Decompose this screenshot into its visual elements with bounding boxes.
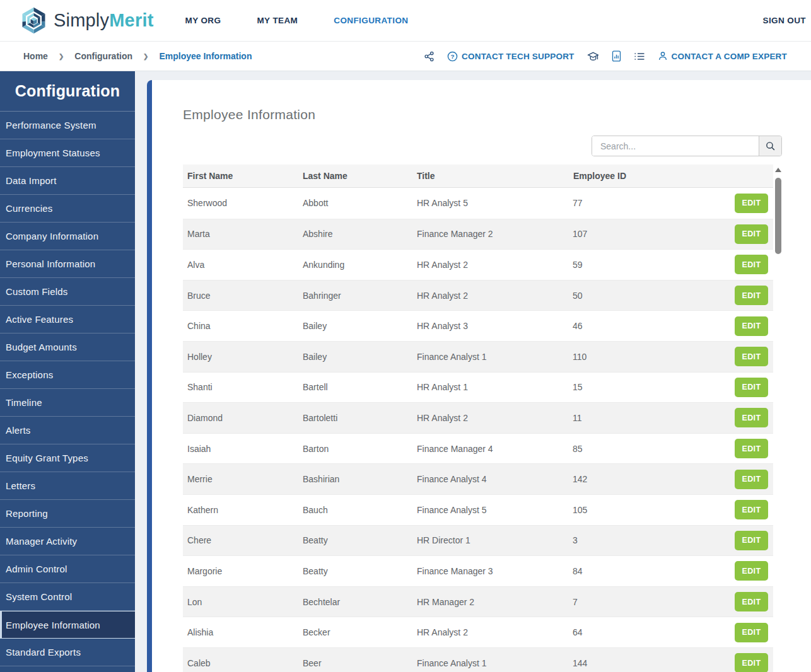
scrollbar-up-arrow-icon[interactable] — [775, 168, 781, 172]
table-row: HolleyBaileyFinance Analyst 1110EDIT — [183, 341, 773, 372]
table-row: SherwoodAbbottHR Analyst 577EDIT — [183, 188, 773, 219]
brand-logo[interactable]: SimplyMerit — [19, 6, 154, 35]
sidebar-item-exceptions[interactable]: Exceptions — [0, 361, 135, 389]
edit-button[interactable]: EDIT — [735, 561, 768, 581]
edit-button[interactable]: EDIT — [735, 347, 768, 366]
contact-comp-expert-link[interactable]: CONTACT A COMP EXPERT — [658, 51, 787, 61]
cell-title: Finance Analyst 1 — [412, 352, 568, 362]
cell-last-name: Bechtelar — [298, 597, 412, 607]
sidebar-item-data-import[interactable]: Data Import — [0, 167, 135, 195]
cell-title: Finance Analyst 4 — [412, 474, 568, 484]
cell-last-name: Barton — [298, 444, 412, 454]
cell-first-name: Alishia — [183, 627, 298, 637]
sidebar-item-company-information[interactable]: Company Information — [0, 223, 135, 250]
cell-last-name: Bauch — [298, 505, 412, 515]
sidebar-item-label: Employment Statuses — [6, 148, 100, 158]
sidebar-item-equity-grant-types[interactable]: Equity Grant Types — [0, 444, 135, 472]
cell-first-name: Margorie — [183, 566, 298, 576]
edit-button[interactable]: EDIT — [735, 470, 768, 489]
edit-button[interactable]: EDIT — [735, 224, 768, 244]
scrollbar-thumb[interactable] — [775, 178, 781, 254]
sidebar-item-budget-amounts[interactable]: Budget Amounts — [0, 333, 135, 361]
edit-button[interactable]: EDIT — [735, 255, 768, 274]
cell-actions: EDIT — [735, 531, 773, 550]
sign-out-link[interactable]: SIGN OUT — [763, 16, 806, 25]
document-chart-icon[interactable] — [612, 50, 621, 62]
nav-my-org[interactable]: MY ORG — [185, 16, 221, 25]
table-row: AlvaAnkundingHR Analyst 259EDIT — [183, 249, 773, 280]
edit-button[interactable]: EDIT — [735, 194, 768, 213]
contact-tech-support-link[interactable]: ? CONTACT TECH SUPPORT — [447, 51, 575, 62]
cell-actions: EDIT — [735, 470, 773, 489]
breadcrumb: Home❯Configuration❯Employee Information — [23, 51, 252, 61]
edit-button[interactable]: EDIT — [735, 316, 768, 336]
breadcrumb-configuration[interactable]: Configuration — [74, 51, 132, 61]
table-row: ChinaBaileyHR Analyst 346EDIT — [183, 310, 773, 341]
sidebar-item-standard-exports[interactable]: Standard Exports — [0, 639, 135, 666]
sidebar-item-personal-information[interactable]: Personal Information — [0, 250, 135, 278]
cell-title: HR Analyst 2 — [412, 627, 568, 637]
employee-table: First Name Last Name Title Employee ID S… — [183, 165, 773, 672]
sidebar-item-letters[interactable]: Letters — [0, 472, 135, 500]
edit-button[interactable]: EDIT — [735, 500, 768, 519]
edit-button[interactable]: EDIT — [735, 439, 768, 458]
cell-employee-id: 3 — [568, 535, 735, 545]
employee-table-body: SherwoodAbbottHR Analyst 577EDITMartaAbs… — [183, 188, 773, 672]
edit-button[interactable]: EDIT — [735, 378, 768, 397]
edit-button[interactable]: EDIT — [735, 408, 768, 427]
cell-title: HR Manager 2 — [412, 597, 568, 607]
edit-button[interactable]: EDIT — [735, 592, 768, 611]
graduation-cap-icon[interactable] — [587, 51, 599, 62]
cell-last-name: Bahringer — [298, 291, 412, 301]
edit-button[interactable]: EDIT — [735, 286, 768, 305]
sidebar-item-active-features[interactable]: Active Features — [0, 306, 135, 333]
sidebar-item-label: Data Import — [6, 175, 57, 186]
nav-my-team[interactable]: MY TEAM — [257, 16, 298, 25]
table-row: MargorieBeattyFinance Manager 384EDIT — [183, 555, 773, 586]
sidebar-item-label: Letters — [6, 480, 35, 491]
cell-title: Finance Manager 2 — [412, 229, 568, 239]
sidebar-item-timeline[interactable]: Timeline — [0, 389, 135, 417]
cell-title: HR Director 1 — [412, 535, 568, 545]
cell-last-name: Becker — [298, 627, 412, 637]
sidebar-item-employment-statuses[interactable]: Employment Statuses — [0, 139, 135, 167]
edit-button[interactable]: EDIT — [735, 531, 768, 550]
list-icon[interactable] — [634, 52, 645, 61]
edit-button[interactable]: EDIT — [735, 623, 768, 642]
search-input[interactable] — [592, 136, 759, 156]
cell-title: HR Analyst 5 — [412, 198, 568, 208]
search-row — [183, 136, 782, 156]
cell-actions: EDIT — [735, 224, 773, 244]
cell-title: HR Analyst 2 — [412, 291, 568, 301]
cell-actions: EDIT — [735, 286, 773, 305]
sidebar-item-admin-control[interactable]: Admin Control — [0, 555, 135, 583]
nav-configuration[interactable]: CONFIGURATION — [334, 16, 408, 25]
sidebar-item-reporting[interactable]: Reporting — [0, 500, 135, 528]
sidebar-item-alerts[interactable]: Alerts — [0, 417, 135, 444]
sidebar-item-performance-system[interactable]: Performance System — [0, 112, 135, 139]
edit-button[interactable]: EDIT — [735, 653, 768, 672]
sidebar-item-currencies[interactable]: Currencies — [0, 195, 135, 223]
sidebar-item-system-control[interactable]: System Control — [0, 583, 135, 611]
share-icon[interactable] — [424, 51, 435, 62]
cell-employee-id: 11 — [568, 413, 735, 423]
table-scrollbar[interactable] — [774, 165, 782, 671]
breadcrumb-employee-information[interactable]: Employee Information — [159, 51, 252, 61]
search-icon — [765, 141, 776, 151]
table-row: CalebBeerFinance Analyst 1144EDIT — [183, 647, 773, 672]
search-button[interactable] — [759, 136, 781, 156]
cell-employee-id: 107 — [568, 229, 735, 239]
breadcrumb-home[interactable]: Home — [23, 51, 48, 61]
sidebar-item-manager-activity[interactable]: Manager Activity — [0, 528, 135, 555]
table-row: AlishiaBeckerHR Analyst 264EDIT — [183, 617, 773, 647]
sidebar-menu: Performance SystemEmployment StatusesDat… — [0, 112, 135, 666]
cell-employee-id: 84 — [568, 566, 735, 576]
column-first-name: First Name — [183, 171, 298, 181]
breadcrumb-separator-icon: ❯ — [59, 53, 64, 60]
sidebar-item-employee-information[interactable]: Employee Information — [0, 611, 135, 639]
sidebar-item-custom-fields[interactable]: Custom Fields — [0, 278, 135, 306]
cell-last-name: Bailey — [298, 352, 412, 362]
cell-actions: EDIT — [735, 653, 773, 672]
table-zone: First Name Last Name Title Employee ID S… — [183, 165, 782, 672]
cell-first-name: Alva — [183, 260, 298, 270]
